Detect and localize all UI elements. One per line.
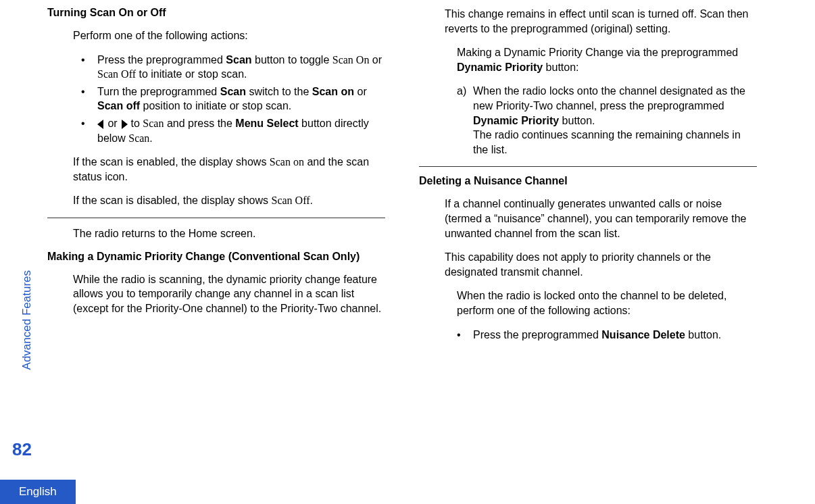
dynamic-priority-body: While the radio is scanning, the dynamic… [73,272,385,316]
letter-list: a) When the radio locks onto the channel… [457,84,757,157]
nuisance-body-3: When the radio is locked onto the channe… [457,288,757,318]
right-column: This change remains in effect until scan… [419,7,757,351]
dyn-priority-via: Making a Dynamic Priority Change via the… [457,45,757,74]
heading-nuisance: Deleting a Nuisance Channel [419,175,757,187]
arrow-right-icon [122,120,128,129]
remain-effect-text: This change remains in effect until scan… [445,7,757,36]
letter-marker: a) [457,84,473,157]
left-column: Turning Scan On or Off Perform one of th… [47,7,385,351]
bullet-text: Press the preprogrammed Scan button to t… [97,53,385,82]
bullet-text: Press the preprogrammed Nuisance Delete … [473,328,721,343]
divider [419,166,757,167]
intro-text: Perform one of the following actions: [73,28,385,43]
list-item: • or to Scan and press the Menu Select b… [81,116,385,145]
bullet-list: • Press the preprogrammed Nuisance Delet… [457,328,757,343]
divider [47,218,385,218]
bullet-dot: • [81,116,97,145]
scan-disabled-text: If the scan is disabled, the display sho… [73,193,385,208]
bullet-text: or to Scan and press the Menu Select but… [97,116,385,145]
bullet-dot: • [81,53,97,82]
list-item: • Press the preprogrammed Nuisance Delet… [457,328,757,343]
nuisance-body-2: This capability does not apply to priori… [445,250,757,279]
return-home-text: The radio returns to the Home screen. [73,226,385,241]
scan-enabled-text: If the scan is enabled, the display show… [73,155,385,184]
heading-dynamic-priority: Making a Dynamic Priority Change (Conven… [47,251,385,263]
letter-text: When the radio locks onto the channel de… [473,84,757,157]
arrow-left-icon [97,120,103,129]
list-item: • Turn the preprogrammed Scan switch to … [81,84,385,114]
page-number: 82 [12,439,32,460]
list-item: • Press the preprogrammed Scan button to… [81,53,385,82]
bullet-dot: • [457,328,473,343]
heading-turning-scan: Turning Scan On or Off [47,7,385,19]
language-tab: English [0,480,76,504]
nuisance-body-1: If a channel continually generates unwan… [445,197,757,241]
bullet-list: • Press the preprogrammed Scan button to… [81,53,385,146]
bullet-text: Turn the preprogrammed Scan switch to th… [97,84,385,114]
bullet-dot: • [81,84,97,114]
list-item: a) When the radio locks onto the channel… [457,84,757,157]
section-label: Advanced Features [20,270,34,370]
